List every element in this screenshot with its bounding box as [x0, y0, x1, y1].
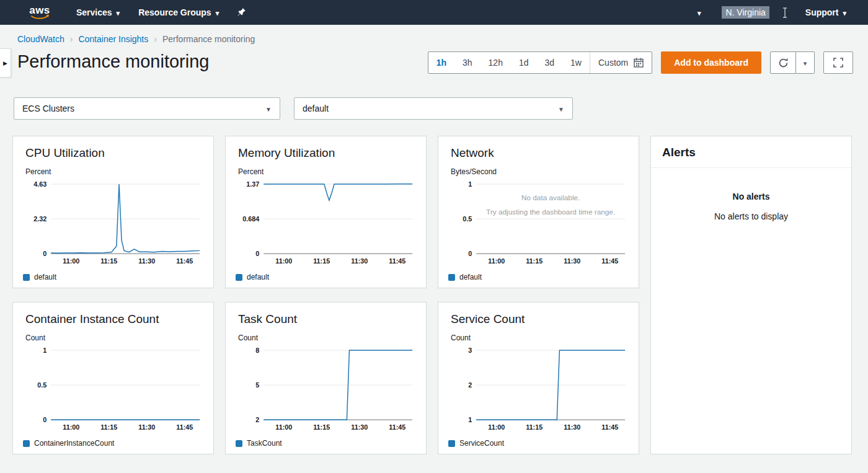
chart-card-container-instance-count: Container Instance Count Count 00.5111:0…	[12, 302, 214, 454]
alerts-title: Alerts	[651, 136, 851, 168]
time-range-selector: 1h 3h 12h 1d 3d 1w Custom	[428, 51, 653, 74]
chart-unit-label: Percent	[238, 167, 417, 176]
text-cursor-icon	[782, 7, 787, 18]
svg-text:2: 2	[468, 381, 472, 389]
time-range-1h[interactable]: 1h	[428, 52, 454, 73]
nav-support-label: Support	[805, 7, 839, 17]
legend-swatch-icon	[236, 274, 242, 281]
chart-unit-label: Percent	[25, 167, 205, 176]
chart-plot[interactable]: 00.5111:0011:1511:3011:45No data availab…	[447, 177, 630, 270]
svg-text:11:15: 11:15	[100, 423, 117, 431]
nav-services[interactable]: Services	[67, 0, 129, 25]
chart-unit-label: Count	[451, 334, 630, 342]
time-range-3d[interactable]: 3d	[537, 52, 563, 73]
legend-label: default	[247, 273, 269, 281]
resource-type-select[interactable]: ECS Clusters	[14, 97, 280, 120]
svg-text:11:00: 11:00	[63, 257, 79, 265]
nav-support[interactable]: Support	[796, 0, 856, 25]
svg-text:11:15: 11:15	[313, 257, 330, 265]
svg-text:11:15: 11:15	[100, 257, 117, 265]
pin-icon	[237, 7, 246, 17]
aws-smile-icon	[29, 15, 51, 20]
svg-text:11:45: 11:45	[176, 257, 193, 265]
svg-text:1: 1	[43, 347, 46, 354]
page-header-row: Performance monitoring 1h 3h 12h 1d 3d 1…	[0, 48, 868, 74]
refresh-button-group	[770, 51, 815, 74]
chart-legend[interactable]: ContainerInstanceCount	[23, 439, 205, 448]
svg-text:11:00: 11:00	[275, 423, 292, 431]
resource-type-value: ECS Clusters	[22, 104, 74, 113]
pin-shortcut-button[interactable]	[228, 0, 255, 25]
chart-card-cpu-utilization: CPU Utilization Percent 02.324.6311:0011…	[12, 136, 214, 288]
nav-services-label: Services	[76, 7, 112, 17]
svg-text:11:45: 11:45	[601, 257, 618, 265]
add-to-dashboard-button[interactable]: Add to dashboard	[661, 51, 761, 74]
chart-legend[interactable]: ServiceCount	[448, 439, 630, 448]
chevron-down-icon	[117, 7, 120, 17]
chart-card-network: Network Bytes/Second 00.5111:0011:1511:3…	[438, 136, 639, 288]
chart-plot[interactable]: 25811:0011:1511:3011:45	[234, 343, 417, 436]
svg-text:5: 5	[255, 381, 259, 389]
fullscreen-icon	[833, 58, 843, 68]
breadcrumb-container-insights[interactable]: Container Insights	[78, 34, 148, 44]
chart-legend[interactable]: default	[448, 273, 630, 281]
refresh-button[interactable]	[770, 51, 796, 74]
legend-swatch-icon	[23, 440, 30, 447]
chart-legend[interactable]: default	[23, 273, 205, 281]
svg-text:2.32: 2.32	[33, 215, 46, 223]
svg-text:0: 0	[468, 250, 472, 257]
alerts-panel: Alerts No alerts No alerts to display	[650, 136, 852, 454]
svg-text:0.5: 0.5	[463, 215, 472, 223]
page-title: Performance monitoring	[17, 51, 209, 72]
metrics-grid: Alerts No alerts No alerts to display CP…	[12, 136, 856, 454]
chart-plot[interactable]: 12311:0011:1511:3011:45	[447, 343, 630, 436]
cluster-select[interactable]: default	[294, 97, 573, 120]
breadcrumb: CloudWatch Container Insights Performanc…	[0, 25, 868, 48]
svg-text:0: 0	[43, 250, 46, 257]
breadcrumb-current-page: Performance monitoring	[162, 34, 255, 44]
nav-dropdown-caret[interactable]	[688, 0, 711, 25]
nav-resource-groups-label: Resource Groups	[138, 7, 211, 17]
refresh-options-button[interactable]	[796, 51, 815, 74]
svg-text:1: 1	[468, 416, 472, 423]
svg-text:0: 0	[255, 250, 259, 257]
legend-label: TaskCount	[247, 439, 282, 448]
time-range-1d[interactable]: 1d	[511, 52, 537, 73]
svg-text:8: 8	[255, 347, 259, 354]
chevron-down-icon	[216, 7, 219, 17]
time-range-3h[interactable]: 3h	[454, 52, 480, 73]
time-range-12h[interactable]: 12h	[480, 52, 511, 73]
chart-legend[interactable]: default	[236, 273, 417, 281]
breadcrumb-cloudwatch[interactable]: CloudWatch	[17, 34, 64, 44]
chart-unit-label: Count	[25, 334, 205, 342]
cluster-value: default	[303, 104, 329, 113]
aws-logo[interactable]: aws	[29, 6, 51, 20]
sidebar-expand-button[interactable]	[0, 48, 11, 77]
nav-left-group: aws Services Resource Groups	[0, 0, 255, 25]
time-range-1w[interactable]: 1w	[562, 52, 590, 73]
svg-text:11:15: 11:15	[313, 423, 330, 431]
chart-legend[interactable]: TaskCount	[236, 439, 417, 448]
svg-text:11:30: 11:30	[564, 257, 580, 265]
legend-swatch-icon	[23, 274, 30, 281]
custom-range-label: Custom	[598, 58, 628, 68]
chart-plot[interactable]: 00.6841.3711:0011:1511:3011:45	[234, 177, 417, 270]
svg-text:11:15: 11:15	[526, 257, 542, 265]
calendar-icon	[634, 58, 644, 68]
fullscreen-button[interactable]	[823, 51, 853, 74]
nav-resource-groups[interactable]: Resource Groups	[129, 0, 228, 25]
time-range-custom[interactable]: Custom	[590, 52, 652, 73]
svg-text:11:30: 11:30	[138, 423, 155, 431]
nav-region-selector[interactable]: N. Virginia	[712, 0, 778, 25]
chart-card-memory-utilization: Memory Utilization Percent 00.6841.3711:…	[225, 136, 427, 288]
top-navigation-bar: aws Services Resource Groups N. Virginia	[0, 0, 868, 25]
svg-text:11:30: 11:30	[351, 257, 368, 265]
refresh-icon	[778, 58, 789, 68]
svg-text:1: 1	[468, 180, 472, 188]
svg-text:3: 3	[468, 347, 472, 354]
chart-plot[interactable]: 00.5111:0011:1511:3011:45	[22, 343, 205, 436]
svg-text:11:30: 11:30	[351, 423, 368, 431]
chart-plot[interactable]: 02.324.6311:0011:1511:3011:45	[22, 177, 205, 270]
breadcrumb-separator-icon	[70, 34, 73, 44]
dropdown-arrow-icon	[265, 104, 272, 113]
